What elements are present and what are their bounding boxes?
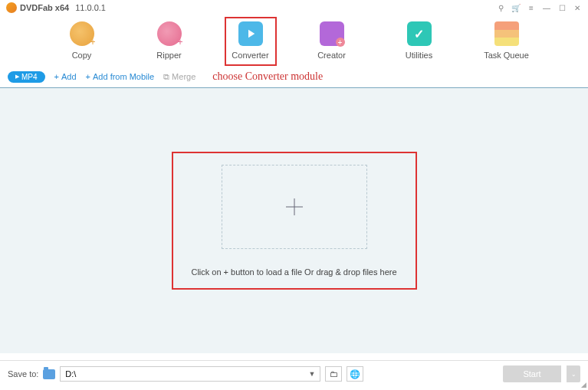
pin-icon[interactable]: ⚲ — [496, 3, 505, 12]
close-button[interactable]: ✕ — [573, 3, 582, 12]
add-label: Add — [61, 72, 77, 81]
add-button[interactable]: + Add — [54, 72, 77, 81]
module-label: Ripper — [156, 51, 181, 60]
task-queue-icon — [494, 21, 519, 46]
copy-icon — [70, 21, 94, 46]
module-label: Task Queue — [484, 51, 529, 60]
drop-instruction: Click on + button to load a file Or drag… — [191, 267, 396, 277]
add-mobile-label: Add from Mobile — [93, 72, 154, 81]
save-to-label: Save to: — [8, 369, 38, 379]
save-path-value: D:\ — [65, 369, 76, 379]
module-converter[interactable]: Converter — [225, 17, 277, 66]
cart-icon[interactable]: 🛒 — [511, 3, 521, 12]
app-logo-icon — [6, 2, 17, 13]
browse-folder-button[interactable]: 🗀 — [325, 366, 342, 382]
toolbar: MP4 + Add + Add from Mobile ⧉ Merge choo… — [0, 69, 588, 88]
module-creator[interactable]: Creator — [306, 21, 358, 60]
merge-button: ⧉ Merge — [163, 72, 195, 82]
add-from-mobile-button[interactable]: + Add from Mobile — [86, 72, 155, 81]
app-name: DVDFab x64 — [20, 3, 69, 12]
module-label: Copy — [72, 51, 92, 60]
drop-zone-highlight: Click on + button to load a file Or drag… — [172, 152, 417, 290]
start-dropdown[interactable]: ⌄ — [567, 365, 580, 382]
plus-icon — [284, 196, 305, 218]
module-copy[interactable]: Copy — [56, 21, 108, 60]
merge-label: Merge — [172, 72, 195, 81]
resize-grip-icon[interactable]: ◢ — [581, 381, 586, 388]
module-ripper[interactable]: Ripper — [143, 21, 195, 60]
format-selector[interactable]: MP4 — [8, 71, 45, 83]
module-task-queue[interactable]: Task Queue — [481, 21, 533, 60]
start-button[interactable]: Start — [503, 365, 561, 382]
footer: Save to: D:\ ▼ 🗀 🌐 Start ⌄ — [0, 360, 588, 387]
titlebar: DVDFab x64 11.0.0.1 ⚲ 🛒 ≡ — ☐ ✕ — [0, 0, 588, 15]
save-path-dropdown[interactable]: D:\ ▼ — [60, 366, 320, 382]
converter-icon — [238, 21, 263, 46]
format-label: MP4 — [21, 73, 38, 81]
tutorial-annotation: choose Converter module — [212, 70, 323, 83]
maximize-button[interactable]: ☐ — [557, 3, 567, 12]
creator-icon — [320, 21, 344, 46]
chevron-down-icon: ▼ — [308, 370, 315, 378]
module-label: Converter — [232, 51, 268, 60]
start-label: Start — [523, 369, 540, 379]
app-version: 11.0.0.1 — [75, 3, 106, 12]
module-tabs: Copy Ripper Converter Creator Utilities … — [0, 15, 588, 69]
module-utilities[interactable]: Utilities — [393, 21, 445, 60]
drop-target[interactable] — [222, 165, 367, 249]
module-label: Utilities — [406, 51, 432, 60]
utilities-icon — [407, 21, 432, 46]
module-label: Creator — [317, 51, 346, 60]
folder-icon[interactable] — [43, 369, 55, 379]
minimize-button[interactable]: — — [542, 3, 551, 12]
ripper-icon — [157, 21, 182, 46]
web-button[interactable]: 🌐 — [347, 366, 363, 382]
main-content: Click on + button to load a file Or drag… — [0, 88, 588, 353]
menu-icon[interactable]: ≡ — [527, 3, 536, 12]
